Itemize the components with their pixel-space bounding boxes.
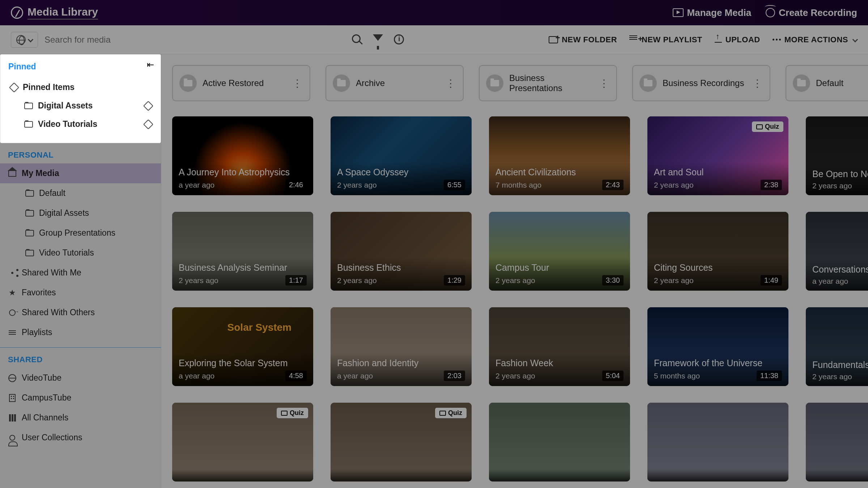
personal-section-title: PERSONAL [0, 143, 161, 163]
search-input[interactable] [44, 35, 345, 45]
video-card[interactable]: Fundamentals of 2 years ago [806, 307, 868, 386]
video-card[interactable]: Business Ethics 2 years ago 1:29 [331, 212, 472, 291]
sidebar-folder[interactable]: Group Presentations [0, 223, 161, 243]
sidebar-shared-item[interactable]: User Collections [0, 428, 161, 448]
video-overlay: Ancient Civilizations 7 months ago 2:43 [489, 162, 630, 195]
folder-row: Active Restored ⋮ Archive ⋮ Business Pre… [172, 65, 868, 101]
more-actions-button[interactable]: MORE ACTIONS [773, 35, 857, 44]
manage-media-button[interactable]: Manage Media [673, 7, 752, 18]
video-card[interactable]: Ancient Civilizations 7 months ago 2:43 [489, 116, 630, 195]
video-title: Exploring the Solar System [179, 358, 307, 368]
sidebar-item-shared-with-me[interactable]: Shared With Me [0, 263, 161, 283]
sidebar-item-shared-with-others[interactable]: Shared With Others [0, 303, 161, 322]
folder-card[interactable]: Active Restored ⋮ [172, 65, 310, 101]
sidebar-folder[interactable]: Video Tutorials [0, 243, 161, 263]
video-card[interactable]: Framework of the Universe 5 months ago 1… [647, 307, 788, 386]
folder-card[interactable]: Default ⋮ [786, 65, 868, 101]
sidebar-folder-label: Video Tutorials [39, 248, 94, 258]
video-card[interactable]: Quiz [172, 403, 313, 481]
upload-button[interactable]: UPLOAD [715, 35, 760, 44]
unpin-button[interactable] [143, 100, 153, 111]
collapse-sidebar-button[interactable]: ⇤ [147, 60, 154, 70]
pinned-folder[interactable]: Digital Assets [8, 97, 154, 115]
sidebar-shared-item[interactable]: All Channels [0, 408, 161, 428]
folder-card[interactable]: Business Presentations ⋮ [479, 65, 617, 101]
app-header: Media Library Manage Media Create Record… [0, 0, 868, 25]
video-card[interactable] [647, 403, 788, 481]
video-title: Citing Sources [654, 262, 782, 273]
new-folder-icon [549, 36, 558, 43]
sidebar-folder-label: Default [39, 188, 65, 198]
video-card[interactable]: Conversations Wi a year ago [806, 212, 868, 291]
new-playlist-button[interactable]: NEW PLAYLIST [629, 35, 702, 44]
shared-item-label: User Collections [22, 433, 82, 442]
create-recording-button[interactable]: Create Recording [766, 7, 857, 18]
info-button[interactable] [394, 34, 405, 45]
info-icon [394, 34, 404, 44]
sidebar-item-my-media[interactable]: My Media [0, 163, 161, 183]
quiz-icon [281, 411, 288, 416]
video-duration: 2:43 [602, 180, 624, 190]
pinned-items-row[interactable]: Pinned Items [8, 78, 154, 97]
video-card[interactable]: Citing Sources 2 years ago 1:49 [647, 212, 788, 291]
search-button[interactable] [352, 34, 363, 45]
video-card[interactable]: A Journey Into Astrophysics a year ago 2… [172, 116, 313, 195]
folder-icon [25, 210, 34, 217]
video-card[interactable]: Quiz [331, 403, 472, 481]
video-title: A Space Odyssey [337, 167, 465, 177]
video-age: 2 years ago [812, 372, 852, 381]
pinned-folder[interactable]: Video Tutorials [8, 115, 154, 133]
folder-card[interactable]: Business Recordings ⋮ [632, 65, 770, 101]
video-card[interactable]: Fashion and Identity a year ago 2:03 [331, 307, 472, 386]
video-card[interactable] [489, 403, 630, 481]
folder-menu-button[interactable]: ⋮ [290, 75, 305, 91]
unpin-button[interactable] [143, 119, 153, 129]
app-title: Media Library [27, 6, 98, 20]
home-icon [8, 170, 16, 177]
new-folder-button[interactable]: NEW FOLDER [549, 35, 617, 44]
folder-icon [25, 190, 34, 197]
folder-card-icon [639, 74, 657, 92]
sidebar-folder[interactable]: Default [0, 183, 161, 203]
scope-dropdown[interactable] [11, 32, 38, 48]
video-card[interactable]: Quiz Art and Soul 2 years ago 2:38 [647, 116, 788, 195]
folder-icon [24, 121, 33, 128]
video-age: 2 years ago [495, 372, 535, 380]
video-title: Fundamentals of [812, 360, 868, 370]
sidebar-item-favorites[interactable]: Favorites [0, 283, 161, 303]
video-duration: 5:04 [602, 371, 624, 381]
video-title: Be Open to New [812, 169, 868, 179]
video-age: 7 months ago [495, 181, 541, 189]
video-overlay: A Journey Into Astrophysics a year ago 2… [172, 162, 313, 195]
media-icon [673, 8, 684, 17]
video-age: a year ago [179, 372, 214, 380]
sidebar-shared-item[interactable]: VideoTube [0, 368, 161, 388]
video-card[interactable]: Solar System Exploring the Solar System … [172, 307, 313, 386]
folder-menu-button[interactable]: ⋮ [750, 75, 765, 91]
video-card[interactable]: Be Open to New 2 years ago [806, 116, 868, 195]
video-age: a year ago [337, 372, 373, 380]
sidebar-folder-label: Group Presentations [39, 228, 115, 238]
video-overlay: Framework of the Universe 5 months ago 1… [647, 353, 788, 386]
video-overlay [331, 469, 472, 481]
filter-button[interactable] [373, 34, 384, 45]
content-area: Active Restored ⋮ Archive ⋮ Business Pre… [161, 54, 868, 488]
shared-section-title: SHARED [0, 348, 161, 368]
folder-menu-button[interactable]: ⋮ [597, 75, 611, 91]
folder-menu-button[interactable]: ⋮ [443, 75, 458, 91]
video-card[interactable]: A Space Odyssey 2 years ago 6:55 [331, 116, 472, 195]
sidebar-item-playlists[interactable]: Playlists [0, 322, 161, 342]
logo[interactable]: Media Library [11, 6, 98, 20]
sidebar-shared-item[interactable]: CampusTube [0, 388, 161, 408]
video-card[interactable] [806, 403, 868, 481]
video-card[interactable]: Campus Tour 2 years ago 3:30 [489, 212, 630, 291]
create-recording-label: Create Recording [779, 7, 857, 18]
video-card[interactable]: Fashion Week 2 years ago 5:04 [489, 307, 630, 386]
video-overlay: Business Analysis Seminar 2 years ago 1:… [172, 257, 313, 291]
folder-card[interactable]: Archive ⋮ [326, 65, 464, 101]
pinned-folder-label: Digital Assets [38, 101, 93, 111]
video-card[interactable]: Business Analysis Seminar 2 years ago 1:… [172, 212, 313, 291]
sidebar-folder[interactable]: Digital Assets [0, 203, 161, 223]
playlist-icon [9, 330, 16, 335]
folder-card-name: Active Restored [203, 78, 290, 88]
